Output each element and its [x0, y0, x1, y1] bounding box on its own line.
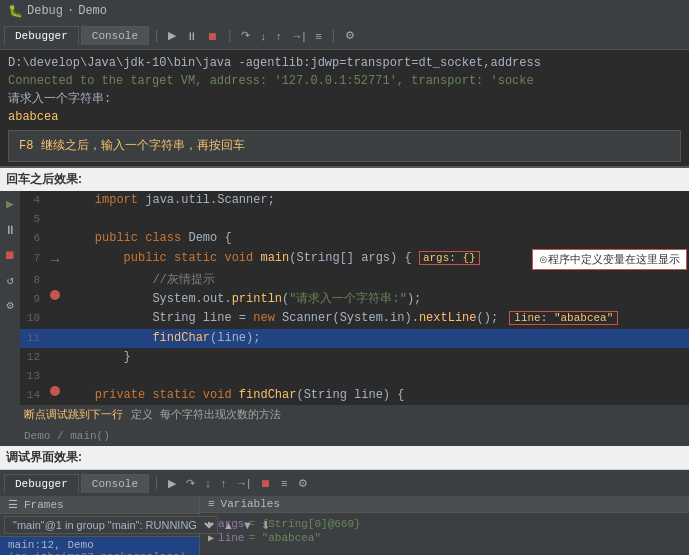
tab-console[interactable]: Console [81, 26, 149, 45]
console-line-connected: Connected to the target VM, address: '12… [8, 72, 681, 90]
console-line-prompt: 请求入一个字符串: [8, 90, 681, 108]
frames-header: ☰ Frames [0, 496, 199, 514]
frames-dropdown[interactable]: "main"@1 in group "main": RUNNING [4, 516, 218, 534]
var-val-line: = "ababcea" [248, 532, 321, 544]
title-sep: · [67, 4, 74, 18]
hint-text: F8 继续之后，输入一个字符串，再按回车 [19, 139, 245, 153]
pause-btn[interactable]: ⏸ [182, 28, 201, 44]
code-line-13: 13 [20, 367, 689, 386]
debug-arrow: → [51, 249, 59, 271]
code-line-12: 12 } [20, 348, 689, 367]
stop-btn[interactable]: ⏹ [203, 28, 222, 44]
stop-code-icon[interactable]: ⏹ [4, 247, 16, 266]
debug-tab-debugger[interactable]: Debugger [4, 474, 79, 493]
breakpoint-9[interactable] [50, 290, 60, 300]
label-after-enter: 回车之后效果: [0, 168, 689, 191]
eval-btn[interactable]: ≡ [311, 28, 325, 44]
debug-run-cursor-btn[interactable]: →| [232, 475, 254, 491]
var-entry-args: ▶ args = {String[0]@669} [208, 517, 681, 531]
debug-icon: 🐛 [8, 4, 23, 19]
line-var-box: line: "ababcea" [509, 311, 618, 325]
code-line-14: 14 private static void findChar(String l… [20, 386, 689, 405]
vars-label: Variables [221, 498, 280, 510]
breakpoint-14[interactable] [50, 386, 60, 396]
vars-list: ▶ args = {String[0]@669} ▶ line = "ababc… [200, 513, 689, 555]
right-annotation: ⊙程序中定义变量在这里显示 [532, 249, 687, 271]
breakpoint-hint: 断点调试跳到下一行 [24, 407, 123, 425]
label-debug-ui: 调试界面效果: [0, 446, 689, 469]
var-entry-line: ▶ line = "ababcea" [208, 531, 681, 545]
step-into-btn[interactable]: ↓ [256, 28, 270, 44]
frames-list: main:12, Demo (cn.itheima07.packageclass… [0, 537, 199, 555]
code-line-9: 9 System.out.println("请求入一个字符串:"); [20, 290, 689, 309]
var-expand-line[interactable]: ▶ [208, 532, 214, 544]
console-output: D:\develop\Java\jdk-10\bin\java -agentli… [0, 50, 689, 168]
code-line-10: 10 String line = new Scanner(System.in).… [20, 309, 689, 328]
debug-step-into-btn[interactable]: ↓ [201, 475, 215, 491]
title-debug: Debug [27, 4, 63, 18]
debug-section: Debugger Console | ▶ ↷ ↓ ↑ →| ⏹ ≡ ⚙ ☰ Fr… [0, 469, 689, 555]
frame-item-selected[interactable]: main:12, Demo (cn.itheima07.packageclass… [0, 537, 199, 555]
debug-pane-row: ☰ Frames "main"@1 in group "main": RUNNI… [0, 496, 689, 555]
code-line-7: 7 → public static void main(String[] arg… [20, 249, 689, 271]
frames-icon: ☰ [8, 498, 18, 511]
frames-panel: ☰ Frames "main"@1 in group "main": RUNNI… [0, 496, 200, 555]
debug-run-icon[interactable]: ⏸ [4, 222, 16, 241]
title-demo: Demo [78, 4, 107, 18]
var-name-args: args [218, 518, 244, 530]
run-icon[interactable]: ▶ [6, 195, 14, 216]
variables-header: ≡ Variables [200, 496, 689, 513]
var-val-args: = {String[0]@669} [248, 518, 360, 530]
debug-step-out-btn[interactable]: ↑ [217, 475, 231, 491]
debug-resume-btn[interactable]: ▶ [164, 475, 180, 492]
settings-btn[interactable]: ⚙ [341, 27, 359, 44]
main-toolbar: Debugger Console | ▶ ⏸ ⏹ | ↷ ↓ ↑ →| ≡ | … [0, 22, 689, 50]
frame-label: main:12, Demo [8, 539, 94, 551]
var-name-line: line [218, 532, 244, 544]
debug-toolbar: Debugger Console | ▶ ↷ ↓ ↑ →| ⏹ ≡ ⚙ [0, 470, 689, 496]
code-line-8: 8 //灰情提示 [20, 271, 689, 290]
tab-debugger[interactable]: Debugger [4, 26, 79, 45]
console-line-1: D:\develop\Java\jdk-10\bin\java -agentli… [8, 54, 681, 72]
settings-code-icon[interactable]: ⚙ [6, 297, 13, 316]
title-bar: 🐛 Debug · Demo [0, 0, 689, 22]
code-line-4: 4 import java.util.Scanner; [20, 191, 689, 210]
debug-tab-console[interactable]: Console [81, 474, 149, 493]
debug-settings-btn[interactable]: ⚙ [294, 475, 312, 492]
frames-label: Frames [24, 499, 64, 511]
console-line-input: ababcea [8, 108, 681, 126]
hint-box: F8 继续之后，输入一个字符串，再按回车 [8, 130, 681, 162]
resume-btn[interactable]: ▶ [164, 27, 180, 44]
code-line-6: 6 public class Demo { [20, 229, 689, 248]
code-line-11: 11 findChar(line); [20, 329, 689, 348]
var-expand-args[interactable]: ▶ [208, 518, 214, 530]
breadcrumb: Demo / main() [24, 430, 110, 442]
bottom-label-row: 断点调试跳到下一行 定义 每个字符出现次数的方法 [0, 405, 689, 427]
code-line-5: 5 [20, 210, 689, 229]
method-hint: 定义 每个字符出现次数的方法 [131, 407, 281, 425]
args-var-box: args: {} [419, 251, 480, 265]
step-over-btn[interactable]: ↷ [237, 27, 254, 44]
frames-select-row: "main"@1 in group "main": RUNNING ▲ ▼ ⬇ [0, 514, 199, 537]
step-out-btn[interactable]: ↑ [272, 28, 286, 44]
debug-eval-btn[interactable]: ≡ [277, 475, 291, 491]
debug-step-over-btn[interactable]: ↷ [182, 475, 199, 492]
breadcrumb-row: Demo / main() [0, 427, 689, 447]
debug-stop-btn[interactable]: ⏹ [256, 475, 275, 491]
vars-icon: ≡ [208, 498, 215, 510]
run-to-cursor-btn[interactable]: →| [287, 28, 309, 44]
code-editor: ▶ ⏸ ⏹ ↺ ⚙ 4 import java.util.Scanner; 5 … [0, 191, 689, 446]
reload-icon[interactable]: ↺ [6, 272, 13, 291]
variables-panel: ≡ Variables ▶ args = {String[0]@669} ▶ l… [200, 496, 689, 555]
